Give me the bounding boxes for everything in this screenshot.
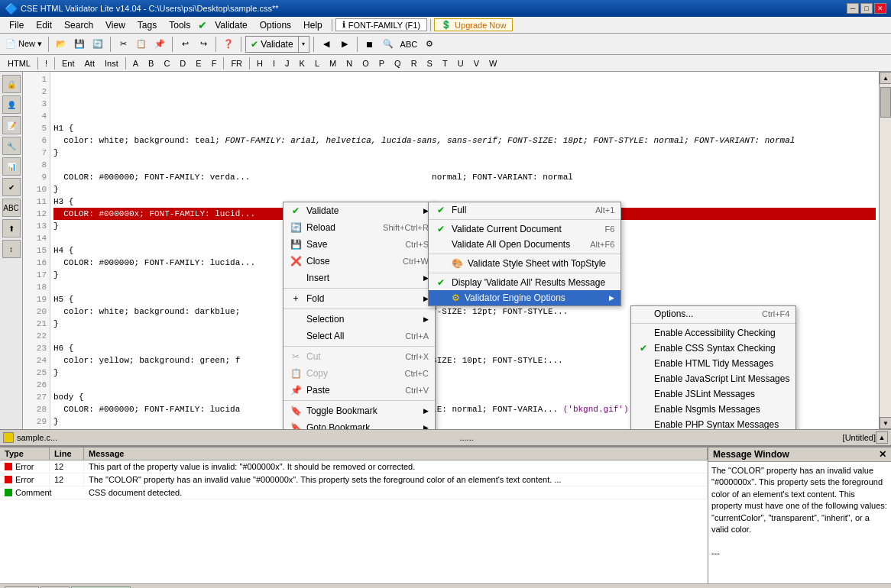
menu-options[interactable]: Options (254, 17, 297, 33)
ctx-reload[interactable]: 🔄 Reload Shift+Ctrl+R (284, 219, 435, 236)
redo-button[interactable]: ↪ (195, 36, 212, 53)
tb2-W[interactable]: W (484, 56, 501, 71)
ctx-eng-jslint[interactable]: Enable JavaScript Lint Messages (631, 371, 795, 386)
menu-view[interactable]: View (99, 17, 131, 33)
tb2-S[interactable]: S (423, 56, 437, 71)
tb2-A[interactable]: A (128, 56, 143, 71)
validate-dropdown[interactable]: ✔ Validate ▾ (245, 36, 309, 53)
editor-area[interactable]: 1234 5678 9101112 13141516 17181920 2122… (23, 72, 891, 429)
ctx-fold[interactable]: + Fold ▶ (284, 290, 435, 307)
ctx-sub-engine-options[interactable]: ⚙ Validator Engine Options ▶ (429, 290, 620, 305)
scroll-top-button[interactable]: ▲ (876, 431, 888, 444)
ctx-eng-css[interactable]: ✔ Enable CSS Syntax Checking (631, 341, 795, 356)
tb2-F[interactable]: F (207, 56, 222, 71)
menu-tags[interactable]: Tags (131, 17, 163, 33)
tb2-O[interactable]: O (358, 56, 374, 71)
menu-tools[interactable]: Tools (163, 17, 196, 33)
message-window-close[interactable]: ✕ (879, 449, 886, 460)
ctx-save[interactable]: 💾 Save Ctrl+S (284, 236, 435, 253)
ctx-submenu-engine-options[interactable]: Options... Ctrl+F4 Enable Accessibility … (630, 305, 796, 429)
tb-stop[interactable]: ⏹ (361, 36, 378, 53)
tb2-ent[interactable]: Ent (57, 56, 79, 71)
ctx-sub-display-results[interactable]: ✔ Display 'Validate All' Results Message (429, 275, 620, 290)
validate-arrow[interactable]: ▾ (298, 37, 309, 52)
ctx-sub-full[interactable]: ✔ Full Alt+1 (429, 202, 620, 218)
tb2-L[interactable]: L (310, 56, 324, 71)
save-button[interactable]: 💾 (71, 36, 88, 53)
copy-button[interactable]: 📋 (133, 36, 150, 53)
ctx-eng-options[interactable]: Options... Ctrl+F4 (631, 306, 795, 321)
tb2-B[interactable]: B (144, 56, 158, 71)
tb2-D[interactable]: D (175, 56, 190, 71)
tb2-U[interactable]: U (453, 56, 468, 71)
tb2-FR[interactable]: FR (226, 56, 247, 71)
sidebar-btn-3[interactable]: 📝 (2, 116, 21, 134)
ctx-paste[interactable]: 📌 Paste Ctrl+V (284, 382, 435, 399)
close-button[interactable]: ✕ (874, 3, 886, 14)
tb2-C[interactable]: C (159, 56, 174, 71)
tb2-J[interactable]: J (280, 56, 294, 71)
tb2-inst[interactable]: Inst (100, 56, 123, 71)
tb2-T[interactable]: T (438, 56, 452, 71)
msg-row-1[interactable]: Error 12 This part of the property value… (0, 460, 708, 473)
ctx-sub-topstyle[interactable]: 🎨 Validate Style Sheet with TopStyle (429, 256, 620, 271)
tb2-P[interactable]: P (374, 56, 389, 71)
upgrade-button[interactable]: 💲 Upgrade Now (434, 18, 513, 31)
ctx-insert[interactable]: Insert ▶ (284, 270, 435, 286)
tb2-html[interactable]: HTML (3, 56, 35, 71)
tb2-K[interactable]: K (295, 56, 309, 71)
tb-extra[interactable]: ⚙ (421, 36, 438, 53)
menu-file[interactable]: File (3, 17, 30, 33)
ctx-eng-php[interactable]: Enable PHP Syntax Messages (631, 417, 795, 429)
tb2-M[interactable]: M (325, 56, 341, 71)
sidebar-btn-6[interactable]: ✔ (2, 178, 21, 196)
tb2-I[interactable]: I (268, 56, 280, 71)
reload-button[interactable]: 🔄 (89, 36, 106, 53)
ctx-eng-jslint2[interactable]: Enable JSLint Messages (631, 386, 795, 402)
tb2-E[interactable]: E (191, 56, 206, 71)
undo-button[interactable]: ↩ (177, 36, 193, 53)
ctx-validate[interactable]: ✔ Validate ▶ (284, 202, 435, 219)
sidebar-btn-9[interactable]: ↕ (2, 240, 21, 258)
menu-validate[interactable]: Validate (209, 17, 253, 33)
ctx-eng-nsgmls[interactable]: Enable Nsgmls Messages (631, 402, 795, 417)
scroll-up[interactable]: ▲ (880, 72, 891, 84)
menu-edit[interactable]: Edit (30, 17, 58, 33)
msg-row-3[interactable]: Comment CSS document detected. (0, 486, 708, 499)
sidebar-btn-4[interactable]: 🔧 (2, 137, 21, 155)
ctx-eng-accessibility[interactable]: Enable Accessibility Checking (631, 325, 795, 341)
sidebar-btn-2[interactable]: 👤 (2, 95, 21, 114)
scroll-track[interactable] (880, 84, 891, 417)
editor-scrollbar[interactable]: ▲ ▼ (879, 72, 891, 429)
scroll-thumb[interactable] (880, 87, 891, 118)
tb2-H[interactable]: H (252, 56, 267, 71)
menu-help[interactable]: Help (297, 17, 329, 33)
validate-main[interactable]: ✔ Validate (246, 39, 297, 50)
help-button[interactable]: ❓ (220, 36, 237, 53)
tb2-R[interactable]: R (407, 56, 422, 71)
cut-button[interactable]: ✂ (115, 36, 131, 53)
msg-row-2[interactable]: Error 12 The "COLOR" property has an inv… (0, 473, 708, 486)
maximize-button[interactable]: □ (860, 3, 873, 14)
sidebar-btn-7[interactable]: ABC (2, 199, 21, 217)
scroll-down[interactable]: ▼ (880, 417, 891, 429)
new-button[interactable]: 📄 New ▾ (3, 36, 44, 53)
ctx-goto-bookmark[interactable]: 🔖 Goto Bookmark ▶ (284, 419, 435, 429)
ctx-select-all[interactable]: Select All Ctrl+A (284, 328, 435, 344)
minimize-button[interactable]: ─ (847, 3, 859, 14)
tb2-excl[interactable]: ! (40, 56, 52, 71)
sidebar-btn-8[interactable]: ⬆ (2, 219, 21, 237)
tb-nav1[interactable]: ◀ (318, 36, 335, 53)
tb2-att[interactable]: Att (80, 56, 99, 71)
sidebar-btn-5[interactable]: 📊 (2, 157, 21, 176)
ctx-sub-current[interactable]: ✔ Validate Current Document F6 (429, 221, 620, 237)
ctx-close[interactable]: ❌ Close Ctrl+W (284, 253, 435, 270)
open-button[interactable]: 📂 (53, 36, 70, 53)
ctx-submenu-validate[interactable]: ✔ Full Alt+1 ✔ Validate Current Document… (428, 202, 621, 306)
tb2-V[interactable]: V (469, 56, 484, 71)
context-menu-main[interactable]: ✔ Validate ▶ 🔄 Reload Shift+Ctrl+R 💾 Sav… (283, 202, 436, 429)
sidebar-btn-1[interactable]: 🔒 (2, 75, 21, 93)
tb-nav2[interactable]: ▶ (336, 36, 353, 53)
ctx-toggle-bookmark[interactable]: 🔖 Toggle Bookmark ▶ (284, 402, 435, 419)
ctx-eng-tidy[interactable]: Enable HTML Tidy Messages (631, 356, 795, 371)
